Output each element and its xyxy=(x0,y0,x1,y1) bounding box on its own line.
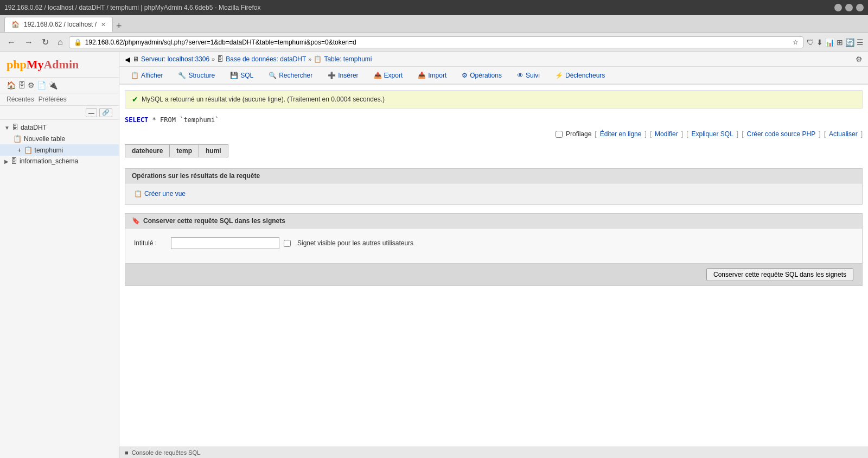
breadcrumb-table[interactable]: Table: temphumi xyxy=(324,55,372,63)
tab-sql-label: SQL xyxy=(240,72,253,79)
save-bookmark-button[interactable]: Conserver cette requête SQL dans les sig… xyxy=(706,268,853,281)
browser-tab[interactable]: 🏠 192.168.0.62 / localhost / ✕ xyxy=(4,17,113,32)
sidebar-toggle-button[interactable]: ◀ xyxy=(125,55,130,63)
plugin-sidebar-icon[interactable]: 🔌 xyxy=(48,81,58,90)
settings-sidebar-icon[interactable]: ⚙ xyxy=(28,81,35,90)
console-bar[interactable]: ■ Console de requêtes SQL xyxy=(119,447,868,458)
docs-sidebar-icon[interactable]: 📄 xyxy=(37,81,46,90)
tab-export[interactable]: 📤 Export xyxy=(367,67,410,84)
browser-tab-label: 192.168.0.62 / localhost / xyxy=(24,21,97,28)
new-tab-button[interactable]: + xyxy=(116,21,122,32)
settings-top-icon[interactable]: ⚙ xyxy=(856,55,863,63)
tab-inserer[interactable]: ➕ Insérer xyxy=(321,67,365,84)
bookmark-header-title: Conserver cette requête SQL dans les sig… xyxy=(143,217,285,225)
intitule-label: Intitulé : xyxy=(134,239,167,247)
db-icon-bc: 🗄 xyxy=(217,55,224,63)
tab-suivi-icon: 👁 xyxy=(517,72,524,79)
tab-suivi-label: Suivi xyxy=(526,72,540,79)
forward-button[interactable]: → xyxy=(22,36,36,48)
logo-php: php xyxy=(7,58,27,71)
query-operations-header: Opérations sur les résultats de la requê… xyxy=(125,169,862,183)
content-area: ◀ 🖥 Serveur: localhost:3306 » 🗄 Base de … xyxy=(119,52,868,458)
server-icon: 🖥 xyxy=(132,55,139,63)
tab-import-icon: 📥 xyxy=(418,72,426,79)
tab-structure-icon: 🔧 xyxy=(178,72,186,79)
tab-import[interactable]: 📥 Import xyxy=(411,67,454,84)
download-icon[interactable]: ⬇ xyxy=(816,38,823,47)
collapse-all-button[interactable]: — xyxy=(86,108,97,117)
tab-close-button[interactable]: ✕ xyxy=(101,21,106,28)
address-bar[interactable]: 🔒 ☆ xyxy=(69,36,803,48)
menu-icon[interactable]: ☰ xyxy=(857,38,864,47)
create-view-link[interactable]: 📋 Créer une vue xyxy=(134,190,853,198)
tab-structure[interactable]: 🔧 Structure xyxy=(171,67,222,84)
bookmark-header: 🔖 Conserver cette requête SQL dans les s… xyxy=(125,214,862,228)
titlebar-text: 192.168.0.62 / localhost / dataDHT / tem… xyxy=(4,4,260,11)
tab-inserer-label: Insérer xyxy=(338,72,358,79)
db-folder-icon-schema: 🗄 xyxy=(11,157,17,165)
bookmark-form: Intitulé : Signet visible pour les autre… xyxy=(125,228,862,263)
intitule-row: Intitulé : Signet visible pour les autre… xyxy=(134,237,853,249)
tab-rechercher-icon: 🔍 xyxy=(269,72,277,79)
maximize-button[interactable] xyxy=(845,4,853,11)
success-alert: ✔ MySQL a retourné un résultat vide (auc… xyxy=(125,90,863,109)
expliquer-sql-link[interactable]: Expliquer SQL xyxy=(691,130,733,138)
reload-dbs-button[interactable]: 🔗 xyxy=(99,108,112,117)
actualiser-link[interactable]: Actualiser xyxy=(829,130,858,138)
tab-rechercher[interactable]: 🔍 Rechercher xyxy=(261,67,320,84)
creer-code-source-link[interactable]: Créer code source PHP xyxy=(747,130,816,138)
minimize-button[interactable] xyxy=(834,4,842,11)
reload-button[interactable]: ↻ xyxy=(39,36,52,48)
breadcrumb-server[interactable]: Serveur: localhost:3306 xyxy=(141,55,209,63)
preferences-link[interactable]: Préférées xyxy=(39,96,67,103)
query-operations-section: Opérations sur les résultats de la requê… xyxy=(125,168,863,205)
modifier-link[interactable]: Modifier xyxy=(655,130,678,138)
tab-declencheurs[interactable]: ⚡ Déclencheurs xyxy=(548,67,612,84)
close-button[interactable] xyxy=(856,4,864,11)
db-label-dataDHT: dataDHT xyxy=(21,124,47,131)
db-item-dataDHT[interactable]: ▼ 🗄 dataDHT xyxy=(0,122,119,133)
breadcrumb-sep-2: » xyxy=(308,56,311,62)
profilage-checkbox[interactable] xyxy=(556,131,563,138)
back-button[interactable]: ← xyxy=(4,36,18,48)
results-table: dateheure temp humi xyxy=(125,144,228,157)
tab-declencheurs-label: Déclencheurs xyxy=(565,72,605,79)
tab-navigation: 📋 Afficher 🔧 Structure 💾 SQL 🔍 Recherche… xyxy=(119,67,868,85)
sync-icon[interactable]: 🔄 xyxy=(845,38,854,47)
expand-icon: + xyxy=(17,146,22,154)
visible-checkbox[interactable] xyxy=(284,240,291,247)
results-table-container: dateheure temp humi xyxy=(125,144,863,157)
db-item-information-schema[interactable]: ▶ 🗄 information_schema xyxy=(0,156,119,167)
table-icon-bc: 📋 xyxy=(314,55,322,63)
tab-afficher[interactable]: 📋 Afficher xyxy=(124,67,170,84)
tab-sql[interactable]: 💾 SQL xyxy=(223,67,260,84)
recent-link[interactable]: Récentes xyxy=(7,96,34,103)
breadcrumb-db[interactable]: Base de données: dataDHT xyxy=(226,55,306,63)
col-temp: temp xyxy=(170,145,199,157)
stats-icon[interactable]: 📊 xyxy=(825,38,834,47)
grid-icon[interactable]: ⊞ xyxy=(837,38,843,47)
tab-operations[interactable]: ⚙ Opérations xyxy=(455,67,509,84)
tab-operations-icon: ⚙ xyxy=(462,72,468,79)
db-expand-icon: ▼ xyxy=(4,125,10,131)
tab-suivi[interactable]: 👁 Suivi xyxy=(510,67,547,84)
shield-icon[interactable]: 🛡 xyxy=(807,38,814,47)
db-expand-icon-schema: ▶ xyxy=(4,158,9,164)
tab-declencheurs-icon: ⚡ xyxy=(555,72,563,79)
success-icon: ✔ xyxy=(132,95,138,104)
bookmark-star-icon[interactable]: ☆ xyxy=(793,39,799,46)
home-sidebar-icon[interactable]: 🏠 xyxy=(7,81,16,90)
home-button[interactable]: ⌂ xyxy=(55,36,66,48)
database-tree: ▼ 🗄 dataDHT 📋 Nouvelle table + 📋 temphum… xyxy=(0,120,119,169)
tab-operations-label: Opérations xyxy=(470,72,502,79)
intitule-input[interactable] xyxy=(171,237,279,249)
new-table-label: Nouvelle table xyxy=(24,135,65,143)
editer-en-ligne-link[interactable]: Éditer en ligne xyxy=(600,130,642,138)
db-folder-icon: 🗄 xyxy=(12,124,18,131)
new-table-icon: 📋 xyxy=(13,135,22,143)
url-input[interactable] xyxy=(85,39,789,46)
tab-favicon: 🏠 xyxy=(11,21,20,28)
db-sidebar-icon[interactable]: 🗄 xyxy=(18,81,25,90)
new-table-item[interactable]: 📋 Nouvelle table xyxy=(0,133,119,144)
table-item-temphumi[interactable]: + 📋 temphumi xyxy=(0,144,119,156)
